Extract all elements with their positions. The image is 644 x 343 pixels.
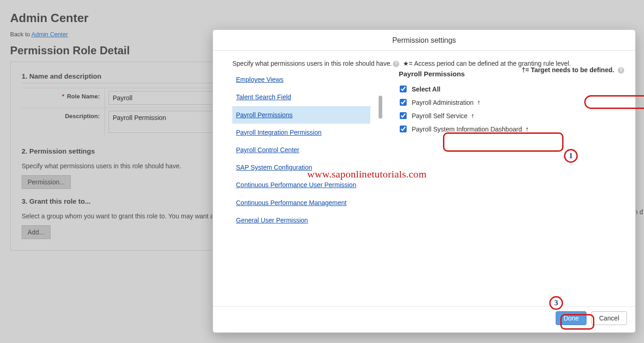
permission-checkbox[interactable] [400, 126, 407, 132]
permission-row[interactable]: Payroll Administration† [398, 96, 621, 109]
dialog-title: Permission settings [213, 30, 635, 51]
category-link[interactable]: Talent Search Field [232, 88, 370, 106]
select-all-label: Select All [412, 86, 441, 93]
category-link[interactable]: SAP System Configuration [232, 159, 370, 176]
dagger-icon: † [477, 100, 480, 105]
category-item: Employee Views [232, 71, 370, 88]
permission-label: Payroll Self Service [412, 112, 467, 120]
select-all-checkbox[interactable] [400, 86, 407, 92]
permission-label: Payroll System Information Dashboard [412, 126, 522, 133]
dialog-columns: Employee ViewsTalent Search FieldPayroll… [232, 70, 621, 291]
permission-label: Payroll Administration [412, 99, 474, 106]
dagger-legend-text: †= Target needs to be defined. [522, 66, 614, 74]
permission-row[interactable]: Payroll System Information Dashboard† [398, 122, 621, 136]
category-link[interactable]: Continuous Performance User Permission [232, 176, 370, 194]
category-item: Payroll Integration Permission [232, 124, 370, 141]
permission-checkbox[interactable] [400, 99, 407, 106]
dialog-footer: Done Cancel [213, 306, 635, 332]
category-item: SAP System Configuration [232, 159, 370, 176]
category-item: Talent Search Field [232, 88, 370, 106]
category-link[interactable]: Payroll Permissions [232, 106, 370, 124]
cancel-button[interactable]: Cancel [591, 311, 627, 325]
category-link[interactable]: Payroll Integration Permission [232, 124, 370, 141]
category-list: Employee ViewsTalent Search FieldPayroll… [232, 70, 370, 291]
dialog-intro-text: Specify what permissions users in this r… [232, 60, 392, 67]
category-link[interactable]: Employee Views [232, 71, 370, 88]
permissions-pane: Payroll Permissions Select All Payroll A… [370, 70, 621, 291]
dagger-icon: † [471, 113, 474, 119]
permission-row[interactable]: Payroll Self Service† [398, 109, 621, 122]
category-link[interactable]: Continuous Performance Management [232, 194, 370, 212]
permission-checkbox[interactable] [400, 112, 407, 119]
category-item: General User Permission [232, 212, 370, 229]
dagger-legend: †= Target needs to be defined. ? [522, 66, 624, 74]
help-icon[interactable]: ? [393, 61, 399, 67]
category-item: Payroll Permissions [232, 106, 370, 124]
category-item: Continuous Performance User Permission [232, 176, 370, 194]
scrollbar-thumb[interactable] [379, 96, 382, 119]
help-icon[interactable]: ? [618, 67, 624, 74]
dialog-body: Specify what permissions users in this r… [213, 51, 635, 306]
done-button[interactable]: Done [556, 311, 586, 325]
category-link[interactable]: Payroll Control Center [232, 141, 370, 159]
permission-settings-dialog: Permission settings Specify what permiss… [213, 29, 636, 333]
category-item: Continuous Performance Management [232, 194, 370, 212]
dagger-icon: † [526, 126, 529, 132]
select-all-row[interactable]: Select All [398, 82, 621, 96]
category-link[interactable]: General User Permission [232, 212, 370, 229]
category-item: Payroll Control Center [232, 141, 370, 159]
